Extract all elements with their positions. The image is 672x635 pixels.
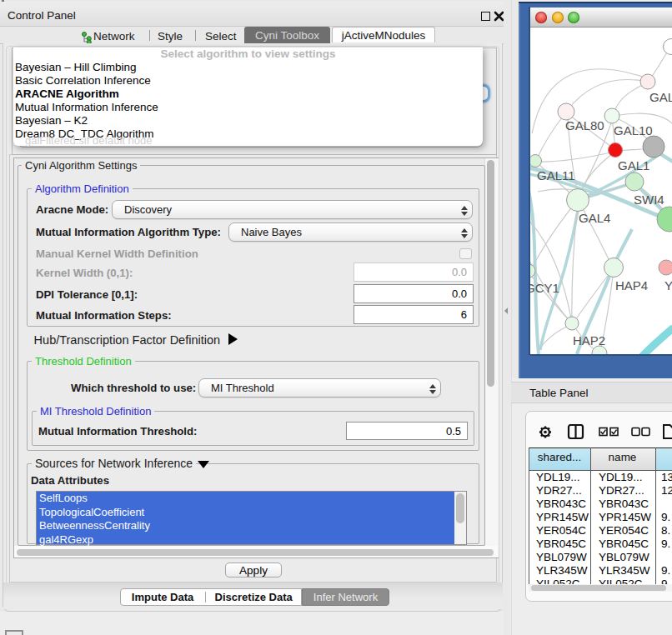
svg-text:HAP4: HAP4 — [615, 278, 648, 292]
svg-text:GAL11: GAL11 — [537, 168, 575, 182]
svg-text:Y: Y — [664, 278, 672, 292]
svg-text:GAL4: GAL4 — [579, 211, 610, 225]
svg-text:GAL80: GAL80 — [565, 118, 604, 132]
svg-text:HAP2: HAP2 — [573, 333, 605, 348]
svg-text:GAL7: GAL7 — [649, 90, 672, 104]
svg-text:GAL1: GAL1 — [618, 158, 649, 172]
svg-text:SWI4: SWI4 — [634, 192, 664, 207]
svg-text:GCY1: GCY1 — [530, 281, 559, 295]
svg-text:GAL10: GAL10 — [614, 123, 653, 138]
